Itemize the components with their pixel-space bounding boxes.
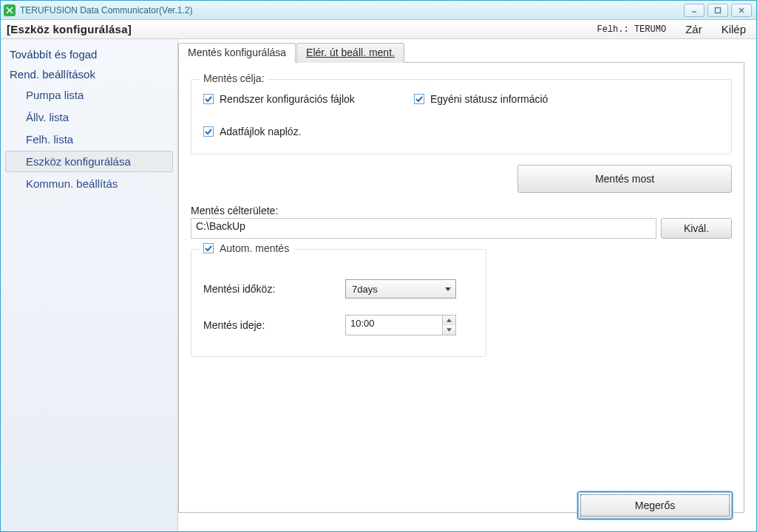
svg-rect-1	[716, 8, 721, 13]
checkbox-system-files[interactable]: Rendszer konfigurációs fájlok	[203, 93, 355, 105]
window-titlebar: TERUFUSION Data Communicator(Ver.1.2)	[1, 1, 756, 20]
window-close-button[interactable]	[731, 4, 752, 17]
tabs: Mentés konfigurálása Elér. út beáll. men…	[178, 42, 744, 62]
window-maximize-button[interactable]	[707, 4, 728, 17]
checkbox-log-data[interactable]: Adatfájlok naplóz.	[203, 126, 719, 137]
save-now-button[interactable]: Mentés most	[517, 165, 732, 193]
sidebar-item-pump-list[interactable]: Pumpa lista	[5, 84, 173, 106]
content-pane: Mentés konfigurálása Elér. út beáll. men…	[178, 39, 756, 531]
check-icon	[203, 243, 214, 253]
page-title: [Eszköz konfigurálása]	[7, 23, 132, 35]
app-icon	[4, 4, 16, 16]
checkbox-auto-backup-label: Autom. mentés	[220, 242, 289, 254]
sidebar-item-device-config[interactable]: Eszköz konfigurálása	[5, 151, 173, 172]
tab-page: Mentés célja: Rendszer konfigurációs fáj…	[178, 62, 744, 513]
spinner-down-button[interactable]	[443, 325, 455, 335]
interval-dropdown[interactable]: 7days	[345, 279, 456, 299]
sidebar-category-transfer[interactable]: Továbbít és fogad	[1, 44, 177, 64]
group-auto-backup-legend: Autom. mentés	[199, 242, 293, 254]
group-auto-backup: Autom. mentés Mentési időköz: 7days Ment…	[191, 249, 486, 357]
tab-save-config[interactable]: Mentés konfigurálása	[178, 43, 296, 63]
chevron-down-icon	[445, 287, 451, 291]
sidebar-item-comm-settings[interactable]: Kommun. beállítás	[5, 173, 173, 194]
header-bar: [Eszköz konfigurálása] Felh.: TERUMO Zár…	[1, 20, 756, 39]
sidebar-item-user-list[interactable]: Felh. lista	[5, 129, 173, 150]
user-block: Felh.: TERUMO	[597, 24, 667, 35]
sidebar-item-allv-list[interactable]: Állv. lista	[5, 106, 173, 128]
tab-path-config[interactable]: Elér. út beáll. ment.	[296, 43, 404, 63]
window-title: TERUFUSION Data Communicator(Ver.1.2)	[20, 5, 192, 16]
checkbox-custom-status-label: Egyéni státusz információ	[430, 93, 549, 105]
checkbox-custom-status[interactable]: Egyéni státusz információ	[414, 93, 549, 105]
destination-path-input[interactable]: C:\BackUp	[191, 218, 656, 239]
spinner-up-button[interactable]	[443, 316, 455, 325]
check-icon	[203, 126, 214, 137]
sidebar: Továbbít és fogad Rend. beállítások Pump…	[1, 39, 178, 531]
field-destination: Mentés célterülete: C:\BackUp Kivál.	[191, 205, 732, 239]
header-close-link[interactable]: Zár	[685, 23, 702, 35]
sidebar-category-settings[interactable]: Rend. beállítások	[1, 64, 177, 83]
interval-label: Mentési időköz:	[203, 283, 322, 295]
group-backup-target: Mentés célja: Rendszer konfigurációs fáj…	[191, 79, 732, 154]
checkbox-log-data-label: Adatfájlok naplóz.	[220, 126, 302, 137]
interval-value: 7days	[352, 284, 378, 295]
check-icon	[414, 94, 424, 104]
group-backup-target-legend: Mentés célja:	[199, 72, 268, 84]
window-minimize-button[interactable]	[684, 4, 705, 17]
check-icon	[203, 94, 214, 104]
browse-button[interactable]: Kivál.	[661, 218, 732, 239]
header-exit-link[interactable]: Kilép	[722, 23, 746, 35]
time-value: 10:00	[346, 316, 442, 335]
destination-label: Mentés célterülete:	[191, 205, 732, 216]
confirm-button[interactable]: Megerős	[577, 491, 733, 519]
user-prefix: Felh.:	[597, 24, 629, 35]
time-spinner[interactable]: 10:00	[345, 315, 456, 335]
checkbox-system-files-label: Rendszer konfigurációs fájlok	[220, 93, 355, 105]
checkbox-auto-backup[interactable]: Autom. mentés	[203, 242, 289, 254]
user-name: TERUMO	[634, 24, 666, 35]
time-label: Mentés ideje:	[203, 319, 322, 331]
